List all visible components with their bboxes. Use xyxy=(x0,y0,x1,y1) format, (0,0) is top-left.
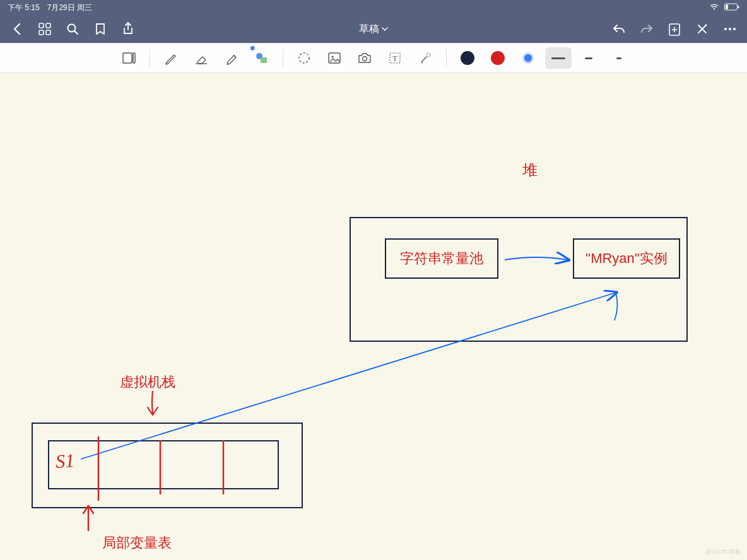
color-red[interactable] xyxy=(485,47,511,69)
more-icon[interactable] xyxy=(723,22,737,36)
color-navy[interactable] xyxy=(454,47,481,69)
svg-point-13 xyxy=(724,28,727,30)
string-pool-box: 字符串常量池 xyxy=(385,238,498,279)
svg-rect-16 xyxy=(123,53,132,63)
chevron-down-icon xyxy=(382,26,388,32)
svg-rect-1 xyxy=(738,6,739,8)
back-icon[interactable] xyxy=(10,22,24,36)
stroke-tiny[interactable] xyxy=(606,47,632,69)
svg-point-12 xyxy=(705,25,707,26)
local-var-label: 局部变量表 xyxy=(102,534,172,552)
stack-label: 虚拟机栈 xyxy=(120,373,175,392)
add-page-icon[interactable] xyxy=(668,22,681,36)
status-date: 7月29日 周三 xyxy=(47,3,92,13)
image-icon[interactable] xyxy=(321,47,348,69)
redo-icon[interactable] xyxy=(640,22,654,36)
wifi-icon xyxy=(709,3,719,13)
svg-point-24 xyxy=(362,57,367,61)
text-icon[interactable]: T xyxy=(382,47,408,69)
shapes-icon[interactable]: ✱ xyxy=(249,47,275,69)
status-time: 下午 5:15 xyxy=(8,3,40,13)
svg-rect-2 xyxy=(726,4,728,9)
string-pool-text: 字符串常量池 xyxy=(400,249,483,268)
pen-icon[interactable] xyxy=(158,47,184,69)
svg-text:T: T xyxy=(392,54,397,63)
search-icon[interactable] xyxy=(66,22,79,36)
svg-rect-17 xyxy=(133,53,135,63)
highlighter-icon[interactable] xyxy=(218,47,245,69)
lasso-icon[interactable] xyxy=(291,47,317,69)
toolbar: ✱ T xyxy=(0,43,747,73)
svg-point-14 xyxy=(729,28,731,30)
page-view-icon[interactable] xyxy=(115,47,142,69)
svg-rect-20 xyxy=(261,57,267,63)
battery-icon xyxy=(724,3,739,13)
document-title[interactable]: 草稿 xyxy=(359,23,388,36)
stroke-medium[interactable] xyxy=(545,47,572,69)
svg-rect-6 xyxy=(46,30,50,35)
svg-rect-5 xyxy=(39,30,44,35)
heap-label: 堆 xyxy=(522,160,538,180)
bookmark-icon[interactable] xyxy=(93,22,107,36)
color-blue[interactable] xyxy=(515,47,541,69)
svg-rect-3 xyxy=(39,23,44,28)
svg-point-21 xyxy=(299,53,309,63)
pointer-icon[interactable] xyxy=(412,47,438,69)
instance-text: "MRyan"实例 xyxy=(585,249,667,268)
undo-icon[interactable] xyxy=(612,22,626,36)
instance-box: "MRyan"实例 xyxy=(573,238,680,279)
heap-box xyxy=(350,217,688,342)
camera-icon[interactable] xyxy=(351,47,378,69)
share-icon[interactable] xyxy=(121,22,135,36)
svg-line-8 xyxy=(75,32,78,35)
s1-text: S1 xyxy=(55,450,75,472)
svg-rect-4 xyxy=(46,23,50,28)
close-draw-icon[interactable] xyxy=(695,22,709,36)
status-bar: 下午 5:15 7月29日 周三 xyxy=(0,0,747,15)
title-bar: 草稿 xyxy=(0,15,747,43)
grid-icon[interactable] xyxy=(38,22,52,36)
svg-point-7 xyxy=(68,25,76,32)
stroke-small[interactable] xyxy=(575,47,602,69)
local-var-box xyxy=(48,440,279,489)
svg-point-15 xyxy=(733,28,736,30)
eraser-icon[interactable] xyxy=(188,47,215,69)
svg-point-23 xyxy=(331,56,333,58)
svg-point-27 xyxy=(426,53,430,57)
canvas[interactable]: 堆 字符串常量池 "MRyan"实例 虚拟机栈 S1 局部变量表 xyxy=(0,73,747,560)
watermark: @51CTO博客 xyxy=(705,548,741,556)
